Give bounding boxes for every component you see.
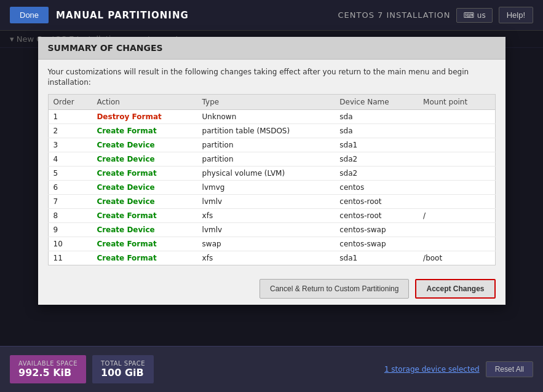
col-type: Type xyxy=(197,94,335,109)
row-mount: /boot xyxy=(418,251,495,265)
row-device: sda1 xyxy=(335,138,418,152)
row-type: physical volume (LVM) xyxy=(197,166,335,180)
row-device: sda2 xyxy=(335,166,418,180)
done-button[interactable]: Done xyxy=(10,7,49,23)
row-mount xyxy=(418,123,495,138)
row-device: sda2 xyxy=(335,152,418,166)
row-mount xyxy=(418,237,495,251)
row-device: centos-swap xyxy=(335,222,418,237)
header-right: CENTOS 7 INSTALLATION ⌨ us Help! xyxy=(338,7,533,23)
row-order: 6 xyxy=(48,180,92,194)
row-mount xyxy=(418,222,495,237)
table-row: 6Create Devicelvmvgcentos xyxy=(48,180,495,194)
row-mount: / xyxy=(418,208,495,222)
table-row: 2Create Formatpartition table (MSDOS)sda xyxy=(48,123,495,138)
row-device: sda xyxy=(335,109,418,123)
row-action: Destroy Format xyxy=(92,109,197,123)
row-order: 2 xyxy=(48,123,92,138)
row-type: swap xyxy=(197,237,335,251)
row-action: Create Format xyxy=(92,208,197,222)
table-row: 10Create Formatswapcentos-swap xyxy=(48,237,495,251)
row-order: 8 xyxy=(48,208,92,222)
col-action: Action xyxy=(92,94,197,109)
col-order: Order xyxy=(48,94,92,109)
total-space-badge: TOTAL SPACE 100 GiB xyxy=(92,355,154,383)
row-type: lvmlv xyxy=(197,194,335,208)
row-action: Create Device xyxy=(92,194,197,208)
row-device: centos-root xyxy=(335,194,418,208)
centos-installation-label: CENTOS 7 INSTALLATION xyxy=(338,10,450,20)
row-device: sda xyxy=(335,123,418,138)
header: Done MANUAL PARTITIONING CENTOS 7 INSTAL… xyxy=(0,0,543,31)
row-type: lvmlv xyxy=(197,222,335,237)
table-row: 3Create Devicepartitionsda1 xyxy=(48,138,495,152)
keyboard-icon: ⌨ xyxy=(463,11,474,20)
accept-changes-button[interactable]: Accept Changes xyxy=(415,279,495,299)
row-order: 9 xyxy=(48,222,92,237)
row-type: xfs xyxy=(197,208,335,222)
table-row: 4Create Devicepartitionsda2 xyxy=(48,152,495,166)
available-space-badge: AVAILABLE SPACE 992.5 KiB xyxy=(10,355,86,383)
row-order: 11 xyxy=(48,251,92,265)
row-type: partition xyxy=(197,138,335,152)
row-order: 5 xyxy=(48,166,92,180)
main-area: ▾ New CentOS 7 Installation centos-root … xyxy=(0,31,543,392)
modal-description: Your customizations will result in the f… xyxy=(48,67,496,88)
modal-title: SUMMARY OF CHANGES xyxy=(38,37,505,60)
row-type: xfs xyxy=(197,251,335,265)
changes-table: Order Action Type Device Name Mount poin… xyxy=(48,94,496,265)
table-row: 7Create Devicelvmlvcentos-root xyxy=(48,194,495,208)
row-type: partition table (MSDOS) xyxy=(197,123,335,138)
help-button[interactable]: Help! xyxy=(499,7,533,23)
row-mount xyxy=(418,138,495,152)
table-row: 9Create Devicelvmlvcentos-swap xyxy=(48,222,495,237)
row-order: 1 xyxy=(48,109,92,123)
bottom-bar: AVAILABLE SPACE 992.5 KiB TOTAL SPACE 10… xyxy=(0,346,543,392)
modal-overlay: SUMMARY OF CHANGES Your customizations w… xyxy=(0,31,543,392)
available-space-value: 992.5 KiB xyxy=(18,367,71,378)
total-space-label: TOTAL SPACE xyxy=(101,360,145,367)
table-row: 5Create Formatphysical volume (LVM)sda2 xyxy=(48,166,495,180)
row-type: partition xyxy=(197,152,335,166)
row-action: Create Device xyxy=(92,152,197,166)
row-mount xyxy=(418,152,495,166)
row-type: Unknown xyxy=(197,109,335,123)
row-mount xyxy=(418,109,495,123)
available-space-label: AVAILABLE SPACE xyxy=(18,360,77,367)
table-row: 1Destroy FormatUnknownsda xyxy=(48,109,495,123)
storage-device-link[interactable]: 1 storage device selected xyxy=(384,365,480,374)
row-action: Create Format xyxy=(92,251,197,265)
summary-modal: SUMMARY OF CHANGES Your customizations w… xyxy=(38,37,505,305)
cancel-button[interactable]: Cancel & Return to Custom Partitioning xyxy=(260,279,409,299)
row-device: centos-root xyxy=(335,208,418,222)
row-action: Create Format xyxy=(92,166,197,180)
modal-body: Your customizations will result in the f… xyxy=(38,60,505,273)
row-action: Create Format xyxy=(92,123,197,138)
row-order: 3 xyxy=(48,138,92,152)
reset-all-button[interactable]: Reset All xyxy=(486,361,533,377)
row-action: Create Device xyxy=(92,180,197,194)
row-order: 4 xyxy=(48,152,92,166)
row-mount xyxy=(418,166,495,180)
row-mount xyxy=(418,180,495,194)
bottom-right: 1 storage device selected Reset All xyxy=(384,361,533,377)
row-device: centos xyxy=(335,180,418,194)
row-device: centos-swap xyxy=(335,237,418,251)
table-row: 11Create Formatxfssda1/boot xyxy=(48,251,495,265)
col-mount-point: Mount point xyxy=(418,94,495,109)
row-action: Create Device xyxy=(92,222,197,237)
row-action: Create Device xyxy=(92,138,197,152)
row-device: sda1 xyxy=(335,251,418,265)
keyboard-lang: us xyxy=(477,11,486,20)
row-order: 10 xyxy=(48,237,92,251)
row-action: Create Format xyxy=(92,237,197,251)
row-order: 7 xyxy=(48,194,92,208)
row-mount xyxy=(418,194,495,208)
table-row: 8Create Formatxfscentos-root/ xyxy=(48,208,495,222)
modal-footer: Cancel & Return to Custom Partitioning A… xyxy=(38,273,505,305)
page-title: MANUAL PARTITIONING xyxy=(56,10,189,21)
row-type: lvmvg xyxy=(197,180,335,194)
keyboard-layout-badge[interactable]: ⌨ us xyxy=(456,8,492,23)
col-device-name: Device Name xyxy=(335,94,418,109)
total-space-value: 100 GiB xyxy=(101,367,144,378)
